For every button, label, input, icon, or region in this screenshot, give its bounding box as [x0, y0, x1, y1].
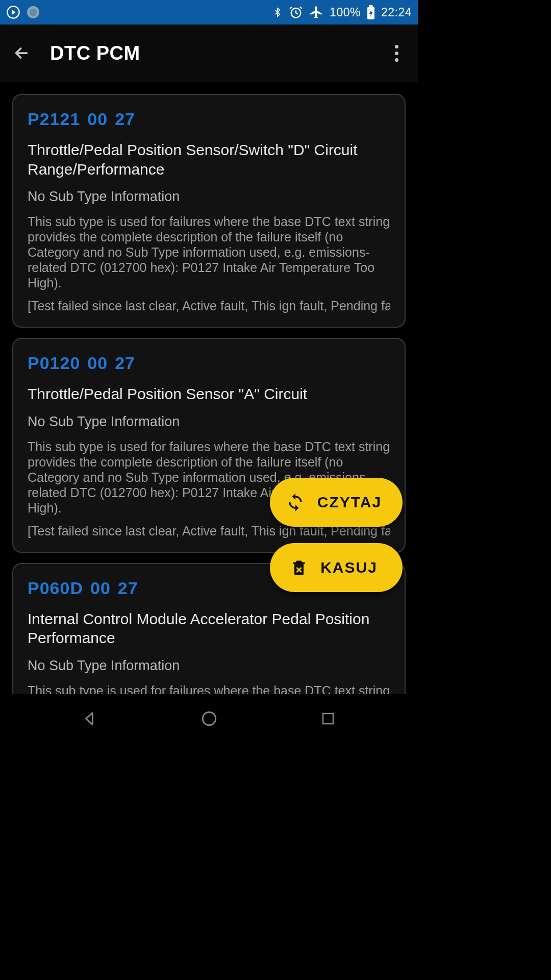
- nav-bar: [0, 694, 418, 743]
- sync-icon: [27, 6, 40, 19]
- bluetooth-icon: [272, 5, 283, 19]
- dtc-subtype: No Sub Type Information: [28, 414, 390, 430]
- dtc-title: Throttle/Pedal Position Sensor "A" Circu…: [28, 384, 390, 404]
- svg-rect-7: [323, 714, 333, 724]
- dtc-title: Internal Control Module Accelerator Peda…: [28, 609, 390, 648]
- back-button[interactable]: [9, 41, 34, 65]
- read-button[interactable]: CZYTAJ: [270, 478, 403, 527]
- clear-button[interactable]: KASUJ: [270, 543, 403, 592]
- more-vert-icon: [395, 45, 398, 62]
- clock-time: 22:24: [381, 6, 412, 19]
- fab-stack: CZYTAJ KASUJ: [270, 478, 403, 592]
- svg-point-2: [29, 8, 37, 16]
- refresh-icon: [286, 493, 305, 512]
- app-bar: DTC PCM: [0, 24, 418, 82]
- dtc-code: P01200027: [28, 353, 390, 373]
- battery-percent: 100%: [330, 6, 361, 19]
- svg-point-6: [203, 712, 216, 725]
- dtc-list[interactable]: P21210027 Throttle/Pedal Position Sensor…: [0, 82, 418, 694]
- dtc-title: Throttle/Pedal Position Sensor/Switch "D…: [28, 140, 390, 179]
- play-circle-icon: [6, 5, 20, 19]
- delete-icon: [290, 558, 308, 577]
- nav-recent-button[interactable]: [308, 703, 348, 734]
- status-bar: 100% 22:24: [0, 0, 418, 24]
- airplane-icon: [309, 5, 323, 19]
- clear-label: KASUJ: [320, 559, 378, 576]
- battery-charging-icon: [367, 5, 375, 19]
- svg-rect-5: [369, 5, 372, 7]
- dtc-status: [Test failed since last clear, Active fa…: [28, 299, 390, 313]
- nav-back-button[interactable]: [70, 703, 111, 734]
- dtc-code: P21210027: [28, 109, 390, 129]
- page-title: DTC PCM: [50, 42, 140, 64]
- dtc-subtype: No Sub Type Information: [28, 189, 390, 205]
- overflow-menu-button[interactable]: [384, 41, 409, 65]
- nav-home-button[interactable]: [189, 703, 230, 734]
- alarm-icon: [289, 5, 303, 19]
- dtc-description: This sub type is used for failures where…: [28, 683, 390, 695]
- read-label: CZYTAJ: [317, 494, 382, 511]
- dtc-subtype: No Sub Type Information: [28, 658, 390, 674]
- dtc-description: This sub type is used for failures where…: [28, 214, 390, 290]
- dtc-card[interactable]: P21210027 Throttle/Pedal Position Sensor…: [12, 94, 406, 328]
